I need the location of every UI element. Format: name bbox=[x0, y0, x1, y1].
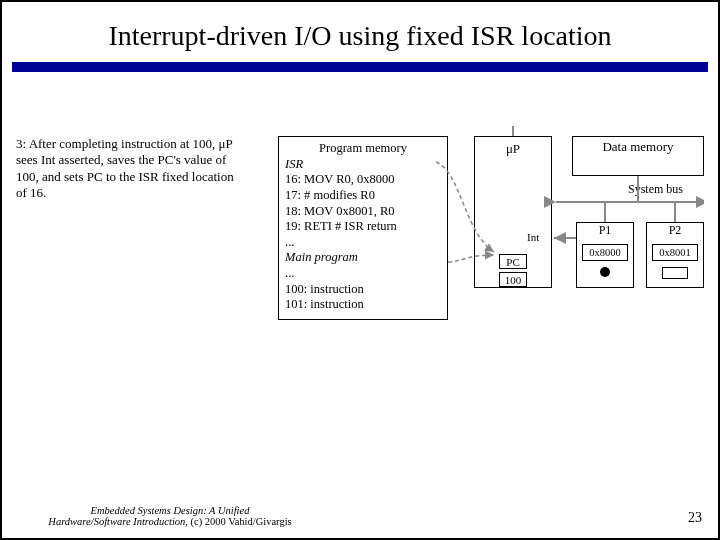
microprocessor-label: μP bbox=[506, 141, 520, 157]
program-memory-header: Program memory bbox=[285, 141, 441, 157]
isr-line-19: 19: RETI # ISR return bbox=[285, 219, 441, 235]
step-description: 3: After completing instruction at 100, … bbox=[16, 136, 246, 201]
footer-line-1: Embedded Systems Design: A Unified bbox=[91, 505, 250, 516]
main-section-label: Main program bbox=[285, 250, 441, 266]
footer-credit: Embedded Systems Design: A Unified Hardw… bbox=[20, 505, 320, 528]
main-line-101: 101: instruction bbox=[285, 297, 441, 313]
isr-line-ellipsis: ... bbox=[285, 235, 441, 251]
footer-line-2b: (c) 2000 Vahid/Givargis bbox=[188, 516, 292, 527]
isr-section-label: ISR bbox=[285, 157, 441, 173]
isr-line-17: 17: # modifies R0 bbox=[285, 188, 441, 204]
title-rule bbox=[12, 62, 708, 72]
main-line-100: 100: instruction bbox=[285, 282, 441, 298]
page-number: 23 bbox=[688, 510, 702, 526]
footer-line-2a: Hardware/Software Introduction, bbox=[48, 516, 188, 527]
peripheral-1-label: P1 bbox=[577, 223, 633, 238]
isr-line-18: 18: MOV 0x8001, R0 bbox=[285, 204, 441, 220]
peripheral-2-box: P2 0x8001 bbox=[646, 222, 704, 288]
main-line-ellipsis: ... bbox=[285, 266, 441, 282]
int-signal-label: Int bbox=[527, 231, 539, 243]
content-area: 3: After completing instruction at 100, … bbox=[16, 112, 704, 488]
peripheral-1-indicator-icon bbox=[600, 267, 610, 277]
peripheral-1-address: 0x8000 bbox=[582, 244, 628, 261]
peripheral-2-address: 0x8001 bbox=[652, 244, 698, 261]
isr-line-16: 16: MOV R0, 0x8000 bbox=[285, 172, 441, 188]
peripheral-2-label: P2 bbox=[647, 223, 703, 238]
microprocessor-box: μP Int PC 100 bbox=[474, 136, 552, 288]
peripheral-1-box: P1 0x8000 bbox=[576, 222, 634, 288]
system-bus-label: System bus bbox=[628, 182, 683, 197]
data-memory-box: Data memory bbox=[572, 136, 704, 176]
pc-register-value: 100 bbox=[499, 272, 527, 287]
slide-title: Interrupt-driven I/O using fixed ISR loc… bbox=[22, 20, 698, 52]
peripheral-2-register-icon bbox=[662, 267, 688, 279]
program-memory-box: Program memory ISR 16: MOV R0, 0x8000 17… bbox=[278, 136, 448, 320]
pc-register-label: PC bbox=[499, 254, 527, 269]
